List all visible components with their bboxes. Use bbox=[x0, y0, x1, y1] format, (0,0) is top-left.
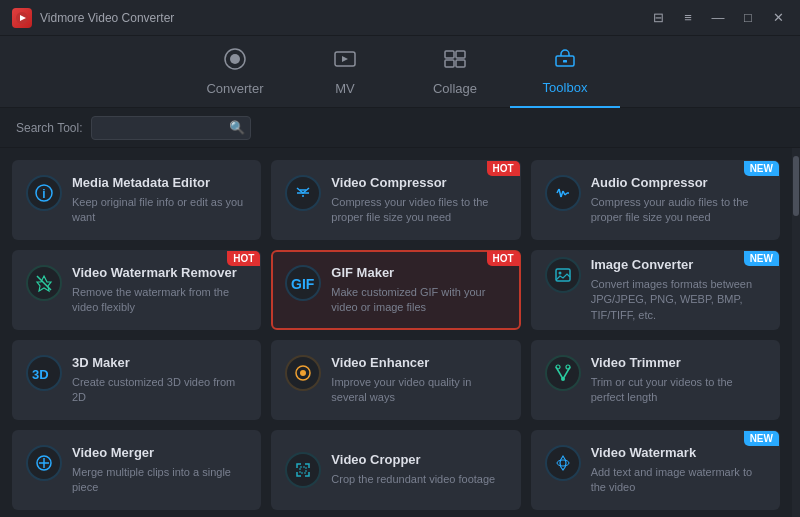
tool-icon-gif-maker: GIF bbox=[285, 265, 321, 301]
app-icon bbox=[12, 8, 32, 28]
tool-desc-image-converter: Convert images formats between JPG/JPEG,… bbox=[591, 277, 766, 323]
tool-card-video-watermark[interactable]: New Video Watermark Add text and image w… bbox=[531, 430, 780, 510]
tool-icon-media-metadata-editor: i bbox=[26, 175, 62, 211]
tool-text-gif-maker: GIF Maker Make customized GIF with your … bbox=[331, 265, 506, 316]
tool-text-video-enhancer: Video Enhancer Improve your video qualit… bbox=[331, 355, 506, 406]
tool-desc-video-watermark: Add text and image watermark to the vide… bbox=[591, 465, 766, 496]
nav-toolbox[interactable]: Toolbox bbox=[510, 36, 620, 108]
tool-card-header: 3D 3D Maker Create customized 3D video f… bbox=[26, 355, 247, 406]
tool-name-audio-compressor: Audio Compressor bbox=[591, 175, 766, 192]
tools-grid: i Media Metadata Editor Keep original fi… bbox=[0, 148, 792, 517]
svg-text:GIF: GIF bbox=[291, 276, 315, 292]
collage-icon bbox=[442, 47, 468, 75]
svg-rect-8 bbox=[456, 60, 465, 67]
mv-icon bbox=[332, 47, 358, 75]
maximize-button[interactable]: □ bbox=[734, 6, 762, 30]
minimize-button[interactable]: — bbox=[704, 6, 732, 30]
svg-rect-6 bbox=[456, 51, 465, 58]
tool-card-header: GIF GIF Maker Make customized GIF with y… bbox=[285, 265, 506, 316]
svg-text:i: i bbox=[42, 187, 45, 201]
tool-desc-video-compressor: Compress your video files to the proper … bbox=[331, 195, 506, 226]
svg-point-33 bbox=[561, 377, 565, 381]
tool-card-video-cropper[interactable]: Video Cropper Crop the redundant video f… bbox=[271, 430, 520, 510]
tool-card-header: Image Converter Convert images formats b… bbox=[545, 257, 766, 323]
tool-name-media-metadata-editor: Media Metadata Editor bbox=[72, 175, 247, 192]
svg-line-20 bbox=[565, 193, 567, 195]
badge-video-watermark-remover: Hot bbox=[227, 251, 260, 266]
svg-rect-37 bbox=[300, 467, 306, 473]
nav-collage-label: Collage bbox=[433, 81, 477, 96]
scrollbar-thumb[interactable] bbox=[793, 156, 799, 216]
tool-card-header: Video Merger Merge multiple clips into a… bbox=[26, 445, 247, 496]
menu-button[interactable]: ≡ bbox=[674, 6, 702, 30]
nav-converter-label: Converter bbox=[206, 81, 263, 96]
tool-name-gif-maker: GIF Maker bbox=[331, 265, 506, 282]
converter-icon bbox=[222, 47, 248, 75]
tool-card-image-converter[interactable]: New Image Converter Convert images forma… bbox=[531, 250, 780, 330]
tool-card-video-compressor[interactable]: Hot Video Compressor Compress your video… bbox=[271, 160, 520, 240]
tool-name-video-merger: Video Merger bbox=[72, 445, 247, 462]
tool-name-video-watermark-remover: Video Watermark Remover bbox=[72, 265, 247, 282]
search-bar: Search Tool: 🔍 bbox=[0, 108, 800, 148]
nav-collage[interactable]: Collage bbox=[400, 36, 510, 108]
tool-text-image-converter: Image Converter Convert images formats b… bbox=[591, 257, 766, 323]
tool-card-gif-maker[interactable]: Hot GIF GIF Maker Make customized GIF wi… bbox=[271, 250, 520, 330]
tool-desc-video-trimmer: Trim or cut your videos to the perfect l… bbox=[591, 375, 766, 406]
svg-point-31 bbox=[556, 365, 560, 369]
tool-icon-video-enhancer bbox=[285, 355, 321, 391]
tool-text-audio-compressor: Audio Compressor Compress your audio fil… bbox=[591, 175, 766, 226]
tool-desc-video-watermark-remover: Remove the watermark from the video flex… bbox=[72, 285, 247, 316]
titlebar-title: Vidmore Video Converter bbox=[40, 11, 174, 25]
search-label: Search Tool: bbox=[16, 121, 83, 135]
scrollbar-track[interactable] bbox=[792, 148, 800, 517]
titlebar-controls: ⊟ ≡ — □ ✕ bbox=[644, 6, 792, 30]
tool-card-3d-maker[interactable]: 3D 3D Maker Create customized 3D video f… bbox=[12, 340, 261, 420]
badge-video-watermark: New bbox=[744, 431, 779, 446]
tool-card-header: Video Enhancer Improve your video qualit… bbox=[285, 355, 506, 406]
nav-mv-label: MV bbox=[335, 81, 355, 96]
tool-icon-image-converter bbox=[545, 257, 581, 293]
tool-desc-video-merger: Merge multiple clips into a single piece bbox=[72, 465, 247, 496]
tool-card-video-merger[interactable]: Video Merger Merge multiple clips into a… bbox=[12, 430, 261, 510]
badge-audio-compressor: New bbox=[744, 161, 779, 176]
tool-desc-media-metadata-editor: Keep original file info or edit as you w… bbox=[72, 195, 247, 226]
tool-icon-video-watermark bbox=[545, 445, 581, 481]
badge-image-converter: New bbox=[744, 251, 779, 266]
close-button[interactable]: ✕ bbox=[764, 6, 792, 30]
navbar: Converter MV Collage bbox=[0, 36, 800, 108]
tool-card-header: Video Trimmer Trim or cut your videos to… bbox=[545, 355, 766, 406]
nav-converter[interactable]: Converter bbox=[180, 36, 290, 108]
main-content: i Media Metadata Editor Keep original fi… bbox=[0, 148, 800, 517]
badge-video-compressor: Hot bbox=[487, 161, 520, 176]
nav-toolbox-label: Toolbox bbox=[543, 80, 588, 95]
tool-text-video-trimmer: Video Trimmer Trim or cut your videos to… bbox=[591, 355, 766, 406]
tool-card-video-trimmer[interactable]: Video Trimmer Trim or cut your videos to… bbox=[531, 340, 780, 420]
tool-name-3d-maker: 3D Maker bbox=[72, 355, 247, 372]
tool-card-video-enhancer[interactable]: Video Enhancer Improve your video qualit… bbox=[271, 340, 520, 420]
tool-text-video-cropper: Video Cropper Crop the redundant video f… bbox=[331, 452, 506, 487]
tool-icon-video-cropper bbox=[285, 452, 321, 488]
tool-card-audio-compressor[interactable]: New Audio Compressor Compress your audio… bbox=[531, 160, 780, 240]
tool-card-header: Video Watermark Add text and image water… bbox=[545, 445, 766, 496]
tool-card-video-watermark-remover[interactable]: Hot Video Watermark Remover Remove the w… bbox=[12, 250, 261, 330]
search-input[interactable] bbox=[91, 116, 251, 140]
titlebar-left: Vidmore Video Converter bbox=[12, 8, 174, 28]
svg-point-28 bbox=[300, 370, 306, 376]
svg-rect-7 bbox=[445, 60, 454, 67]
nav-mv[interactable]: MV bbox=[290, 36, 400, 108]
tool-icon-video-trimmer bbox=[545, 355, 581, 391]
titlebar: Vidmore Video Converter ⊟ ≡ — □ ✕ bbox=[0, 0, 800, 36]
tool-card-header: Video Watermark Remover Remove the water… bbox=[26, 265, 247, 316]
tool-card-media-metadata-editor[interactable]: i Media Metadata Editor Keep original fi… bbox=[12, 160, 261, 240]
tool-icon-audio-compressor bbox=[545, 175, 581, 211]
svg-point-38 bbox=[557, 460, 569, 466]
tool-text-video-watermark: Video Watermark Add text and image water… bbox=[591, 445, 766, 496]
badge-gif-maker: Hot bbox=[487, 251, 520, 266]
tool-icon-3d-maker: 3D bbox=[26, 355, 62, 391]
search-icon[interactable]: 🔍 bbox=[229, 120, 245, 135]
tool-text-video-merger: Video Merger Merge multiple clips into a… bbox=[72, 445, 247, 496]
tool-name-video-trimmer: Video Trimmer bbox=[591, 355, 766, 372]
tool-text-3d-maker: 3D Maker Create customized 3D video from… bbox=[72, 355, 247, 406]
tool-name-video-cropper: Video Cropper bbox=[331, 452, 506, 469]
settings-button[interactable]: ⊟ bbox=[644, 6, 672, 30]
